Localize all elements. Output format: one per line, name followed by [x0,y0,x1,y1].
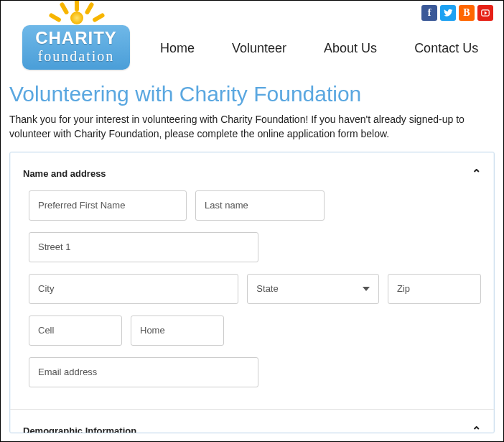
last-name-input[interactable] [195,190,325,221]
section-title: Demographic Information [23,425,136,433]
section-name-address: Name and address ⌃ State [10,152,494,405]
section-header-name-address[interactable]: Name and address ⌃ [23,162,481,190]
intro-text: Thank you for your interest in volunteer… [1,112,503,149]
logo-box: CHARITY foundation [22,25,130,70]
main-nav: Home Volunteer About Us Contact Us [160,41,478,56]
nav-about[interactable]: About Us [324,41,377,56]
city-input[interactable] [29,274,238,304]
first-name-input[interactable] [29,190,187,221]
state-select-label: State [256,283,278,294]
caret-down-icon [363,287,370,291]
header: CHARITY foundation f B Home Volunteer Ab… [1,1,503,72]
application-form[interactable]: Name and address ⌃ State Demo [9,152,495,433]
logo-text-line2: foundation [22,48,130,65]
state-select[interactable]: State [247,274,379,304]
home-input[interactable] [131,316,224,346]
facebook-icon[interactable]: f [421,5,437,21]
chevron-up-icon: ⌃ [472,167,481,180]
nav-contact[interactable]: Contact Us [414,41,478,56]
zip-input[interactable] [388,274,481,304]
section-demographic: Demographic Information ⌃ [10,410,494,433]
nav-home[interactable]: Home [160,41,195,56]
email-input[interactable] [29,357,258,387]
social-icons: f B [421,5,493,21]
twitter-icon[interactable] [440,5,456,21]
page-title: Volunteering with Charity Foundation [1,72,503,112]
chevron-up-icon: ⌃ [472,424,481,433]
section-title: Name and address [23,168,106,179]
nav-volunteer[interactable]: Volunteer [232,41,286,56]
section-header-demographic[interactable]: Demographic Information ⌃ [23,420,481,433]
logo[interactable]: CHARITY foundation [9,4,124,72]
logo-text-line1: CHARITY [22,28,130,48]
street1-input[interactable] [29,232,258,262]
cell-input[interactable] [29,316,122,346]
blogger-icon[interactable]: B [459,5,475,21]
youtube-icon[interactable] [477,5,493,21]
